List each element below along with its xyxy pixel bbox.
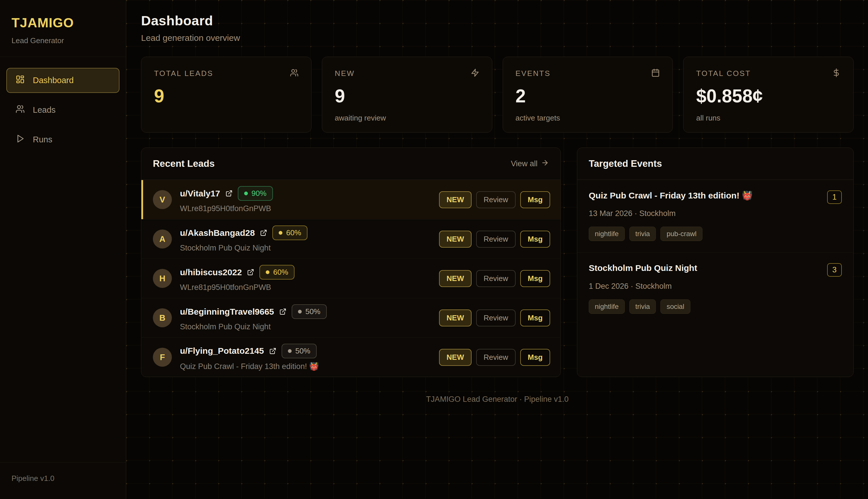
new-status-button[interactable]: NEW (439, 309, 472, 326)
event-meta: 13 Mar 2026 · Stockholm (589, 209, 842, 218)
lead-row[interactable]: H u/hibiscus2022 60% WLre81p95H0tfonGnPW… (141, 258, 560, 298)
view-all-link[interactable]: View all (511, 159, 549, 169)
arrow-right-icon (541, 159, 549, 169)
view-all-label: View all (511, 159, 537, 168)
score-value: 50% (306, 307, 320, 316)
score-dot-icon (288, 349, 292, 353)
event-lead-count-badge: 3 (827, 263, 842, 277)
lead-row[interactable]: V u/Vitaly17 90% WLre81p95H0tfonGnPWB NE… (141, 180, 560, 219)
event-meta: 1 Dec 2026 · Stockholm (589, 282, 842, 291)
recent-leads-title: Recent Leads (153, 158, 215, 169)
calendar-icon (651, 69, 660, 78)
msg-button[interactable]: Msg (520, 191, 550, 208)
avatar: V (153, 190, 172, 209)
lead-subtitle: Quiz Pub Crawl - Friday 13th edition! 👹 (180, 362, 439, 371)
stat-cards-row: TOTAL LEADS 9 NEW 9 awaiting review (141, 57, 854, 133)
event-title: Quiz Pub Crawl - Friday 13th edition! 👹 (589, 191, 760, 200)
dollar-icon (832, 69, 841, 78)
stat-sub: awaiting review (335, 113, 479, 122)
score-value: 60% (273, 268, 288, 277)
sidebar: TJAMIGO Lead Generator Dashboard Leads (0, 0, 126, 499)
new-status-button[interactable]: NEW (439, 231, 472, 248)
lead-row[interactable]: B u/BeginningTravel9665 50% Stockholm Pu… (141, 298, 560, 337)
lead-username: u/Vitaly17 (180, 189, 220, 198)
lead-username: u/BeginningTravel9665 (180, 307, 274, 317)
avatar: A (153, 230, 172, 248)
targeted-events-title: Targeted Events (589, 158, 662, 169)
score-badge: 90% (238, 186, 273, 201)
users-icon (15, 105, 25, 115)
stat-value: 9 (154, 87, 299, 105)
event-item[interactable]: Quiz Pub Crawl - Friday 13th edition! 👹 … (577, 180, 853, 253)
stat-card-new: NEW 9 awaiting review (322, 57, 492, 133)
lead-subtitle: WLre81p95H0tfonGnPWB (180, 204, 439, 213)
msg-button[interactable]: Msg (520, 309, 550, 326)
sidebar-item-leads[interactable]: Leads (6, 97, 119, 122)
stat-value: 2 (515, 87, 660, 105)
msg-button[interactable]: Msg (520, 231, 550, 248)
external-link-icon[interactable] (279, 308, 286, 315)
score-dot-icon (266, 270, 270, 274)
msg-button[interactable]: Msg (520, 349, 550, 366)
score-dot-icon (279, 231, 283, 235)
event-tag: social (661, 300, 690, 314)
main-content: Dashboard Lead generation overview TOTAL… (126, 0, 868, 499)
lead-row[interactable]: A u/AkashBangad28 60% Stockholm Pub Quiz… (141, 219, 560, 258)
lead-username: u/AkashBangad28 (180, 228, 255, 238)
stat-card-total-leads: TOTAL LEADS 9 (141, 57, 311, 133)
stat-label: TOTAL COST (696, 69, 751, 78)
stat-value: $0.858¢ (696, 87, 841, 105)
stat-value: 9 (335, 87, 479, 105)
new-status-button[interactable]: NEW (439, 349, 472, 366)
score-value: 60% (286, 228, 301, 237)
event-title: Stockholm Pub Quiz Night (589, 263, 704, 273)
external-link-icon[interactable] (269, 348, 276, 355)
avatar: B (153, 308, 172, 327)
msg-button[interactable]: Msg (520, 270, 550, 287)
review-button[interactable]: Review (476, 231, 515, 248)
stat-label: TOTAL LEADS (154, 69, 213, 78)
page-subtitle: Lead generation overview (141, 33, 854, 43)
event-tag: trivia (629, 227, 656, 241)
score-badge: 60% (272, 226, 308, 240)
review-button[interactable]: Review (476, 191, 515, 208)
score-badge: 50% (292, 304, 327, 319)
lead-username: u/Flying_Potato2145 (180, 346, 264, 356)
avatar: F (153, 348, 172, 367)
external-link-icon[interactable] (225, 190, 233, 197)
lead-subtitle: Stockholm Pub Quiz Night (180, 244, 439, 253)
footer-text: TJAMIGO Lead Generator · Pipeline v1.0 (141, 395, 854, 404)
sidebar-item-label: Runs (33, 135, 52, 144)
event-lead-count-badge: 1 (827, 191, 842, 204)
event-item[interactable]: Stockholm Pub Quiz Night 3 1 Dec 2026 · … (577, 253, 853, 325)
external-link-icon[interactable] (247, 269, 254, 276)
lead-subtitle: Stockholm Pub Quiz Night (180, 322, 439, 331)
logo-block: TJAMIGO Lead Generator (0, 0, 126, 57)
new-status-button[interactable]: NEW (439, 270, 472, 287)
score-badge: 50% (282, 344, 317, 358)
layout-dashboard-icon (15, 75, 25, 86)
stat-card-events: EVENTS 2 active targets (503, 57, 673, 133)
event-tags: nightlife trivia social (589, 300, 842, 314)
review-button[interactable]: Review (476, 270, 515, 287)
app-logo-subtitle: Lead Generator (12, 36, 114, 45)
score-value: 50% (295, 346, 310, 355)
app-logo: TJAMIGO (12, 15, 114, 31)
stat-label: NEW (335, 69, 355, 78)
stat-label: EVENTS (515, 69, 551, 78)
review-button[interactable]: Review (476, 309, 515, 326)
event-tags: nightlife trivia pub-crawl (589, 227, 842, 241)
lead-row[interactable]: F u/Flying_Potato2145 50% Quiz Pub Crawl… (141, 337, 560, 377)
sidebar-nav: Dashboard Leads Runs (0, 57, 126, 462)
page-title: Dashboard (141, 13, 854, 28)
sidebar-item-runs[interactable]: Runs (6, 127, 119, 152)
stat-sub: all runs (696, 113, 841, 122)
event-tag: pub-crawl (661, 227, 702, 241)
new-status-button[interactable]: NEW (439, 191, 472, 208)
avatar: H (153, 269, 172, 288)
external-link-icon[interactable] (260, 229, 267, 236)
review-button[interactable]: Review (476, 349, 515, 366)
score-badge: 60% (259, 265, 295, 280)
event-tag: trivia (629, 300, 656, 314)
sidebar-item-dashboard[interactable]: Dashboard (6, 68, 119, 93)
